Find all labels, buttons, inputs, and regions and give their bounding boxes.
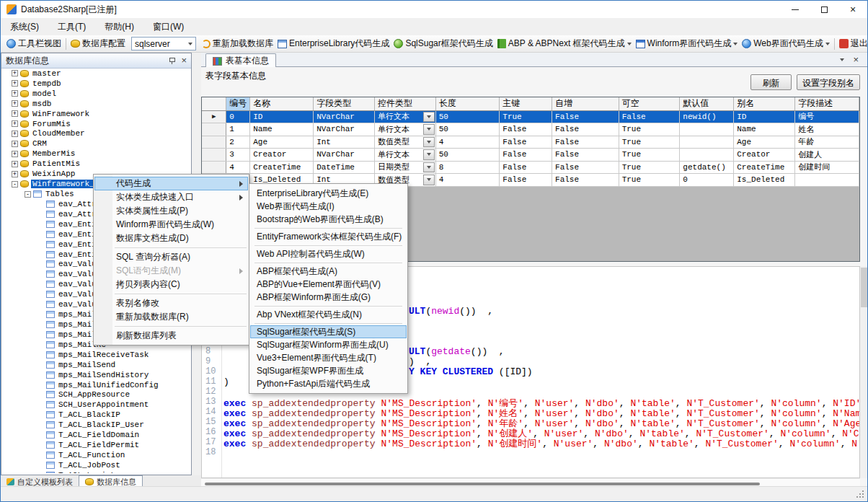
grid-cell[interactable]: False (500, 174, 552, 187)
grid-column-header[interactable]: 长度 (435, 97, 500, 110)
grid-column-header[interactable]: 主键 (500, 97, 552, 110)
grid-column-header[interactable]: 可空 (619, 97, 680, 110)
row-header[interactable] (202, 123, 226, 136)
table-row[interactable]: 4CreateTimeDateTime日期类型8FalseFalseTruege… (202, 161, 859, 174)
grid-cell[interactable]: 创建时间 (795, 161, 859, 174)
tree-item[interactable]: mps_MailSendHistory (3, 370, 190, 380)
grid-cell[interactable]: False (500, 136, 552, 149)
tree-item[interactable]: T_ACL_FieldDomain (3, 430, 190, 440)
grid-column-header[interactable]: 默认值 (680, 97, 734, 110)
expand-toggle[interactable]: + (12, 100, 18, 107)
grid-cell[interactable]: 姓名 (795, 123, 859, 136)
grid-column-header[interactable]: 名称 (250, 97, 314, 110)
menu-item[interactable]: 实体类生成快速入口 (94, 190, 248, 204)
toolbar-button-reload-db[interactable]: 重新加载数据库 (200, 36, 275, 51)
menu-item[interactable]: SqlSugar框架WPF界面生成 (250, 364, 407, 377)
grid-cell[interactable]: NVarChar (314, 110, 375, 123)
grid-cell[interactable]: False (619, 110, 680, 123)
tree-item[interactable]: +MemberMis (3, 149, 190, 159)
scrollbar-thumb[interactable] (861, 268, 868, 307)
grid-cell[interactable]: 1 (226, 123, 250, 136)
expand-toggle[interactable]: + (12, 141, 18, 147)
grid-cell[interactable]: 50 (435, 149, 500, 162)
grid-cell[interactable]: 编号 (795, 110, 859, 123)
grid-cell[interactable]: Creator (250, 149, 314, 162)
grid-cell[interactable]: False (500, 123, 552, 136)
resize-grip[interactable] (856, 490, 864, 498)
grid-cell[interactable]: False (552, 123, 619, 136)
grid-cell[interactable]: ID (734, 110, 795, 123)
grid-cell[interactable]: 创建人 (795, 149, 859, 162)
grid-cell[interactable]: 50 (435, 123, 500, 136)
table-row[interactable]: 1NameNVarChar单行文本50FalseFalseTrueName姓名 (202, 123, 859, 136)
grid-cell[interactable]: 50 (435, 110, 500, 123)
toolbar-button-exit[interactable]: 退出 (837, 36, 867, 51)
grid-column-header[interactable]: 控件类型 (374, 97, 435, 110)
set-field-alias-button[interactable]: 设置字段别名 (797, 74, 860, 90)
menu-item[interactable]: EnterpriseLibrary代码生成(E) (250, 187, 407, 200)
row-header[interactable] (202, 149, 226, 162)
expand-toggle[interactable]: + (12, 151, 18, 157)
grid-cell[interactable]: DateTime (314, 161, 375, 174)
grid-cell[interactable]: Age (250, 136, 314, 149)
menu-window[interactable]: 窗口(W) (143, 18, 193, 36)
grid-cell[interactable]: Name (734, 123, 795, 136)
table-row[interactable]: 2AgeInt数值类型4FalseFalseTrueAge年龄 (202, 136, 859, 149)
tree-item[interactable]: T_ACL_Function (3, 450, 190, 460)
grid-column-header[interactable]: 字段类型 (314, 97, 375, 110)
toolbar-button-abp-codegen[interactable]: ABP & ABPNext 框架代码生成 (495, 36, 634, 51)
tree-item[interactable]: mps_MailReceiveTask (3, 350, 190, 360)
grid-cell[interactable]: 0 (226, 110, 250, 123)
grid-cell[interactable]: False (552, 149, 619, 162)
menu-item[interactable]: Bootstrap的Web界面代码生成(B) (250, 213, 407, 226)
menu-item[interactable]: SqlSugar框架Winform界面生成(U) (250, 338, 407, 351)
tree-item[interactable]: +ForumMis (3, 119, 190, 129)
table-row[interactable]: 3CreatorNVarChar单行文本50FalseFalseTrueCrea… (202, 149, 859, 162)
cell-dropdown-button[interactable] (423, 137, 435, 148)
menu-tools[interactable]: 工具(T) (48, 18, 95, 36)
grid-cell[interactable]: 3 (226, 149, 250, 162)
grid-cell[interactable]: 4 (435, 174, 500, 187)
grid-cell[interactable]: 单行文本 (374, 149, 435, 162)
tree-item[interactable]: +msdb (3, 99, 190, 109)
menu-item[interactable]: ABP框架代码生成(A) (250, 265, 407, 278)
tree-item[interactable]: mps_MailUnifiedConfig (3, 380, 190, 390)
row-header[interactable]: ▶ (202, 110, 226, 123)
toolbar-button-toolbar-view[interactable]: 工具栏视图 (4, 36, 63, 51)
menu-item[interactable]: 重新加载数据库(R) (94, 310, 248, 324)
panel-close-icon[interactable]: × (181, 56, 187, 65)
tree-item[interactable]: +WinFramework (3, 109, 190, 119)
grid-cell[interactable]: 4 (435, 136, 500, 149)
tree-item[interactable]: +model (3, 89, 190, 99)
tree-item[interactable]: T_ACL_FieldPermit (3, 440, 190, 450)
menu-item[interactable]: Web界面代码生成(I) (250, 200, 407, 213)
grid-cell[interactable] (680, 123, 734, 136)
code-vertical-scrollbar[interactable] (860, 266, 868, 478)
grid-cell[interactable]: True (619, 136, 680, 149)
grid-cell[interactable]: True (500, 110, 552, 123)
grid-column-header[interactable]: 别名 (734, 97, 795, 110)
expand-toggle[interactable]: + (12, 120, 18, 127)
grid-cell[interactable] (680, 136, 734, 149)
menu-item[interactable]: 实体类属性生成(P) (94, 204, 248, 218)
menu-item[interactable]: Vue3+Element界面代码生成(T) (250, 351, 407, 364)
expand-toggle[interactable]: + (12, 70, 18, 76)
menu-item[interactable]: 表别名修改 (94, 296, 248, 310)
toolbar-button-winform-codegen[interactable]: Winform界面代码生成 (634, 36, 740, 51)
grid-cell[interactable]: True (619, 149, 680, 162)
cell-dropdown-button[interactable] (423, 149, 435, 160)
menu-item[interactable]: ABP框架Winform界面生成(G) (250, 291, 407, 304)
menu-item[interactable]: Abp VNext框架代码生成(N) (250, 308, 407, 321)
menu-item[interactable]: 拷贝列表内容(C) (94, 278, 248, 291)
grid-cell[interactable]: 8 (435, 161, 500, 174)
grid-cell[interactable]: 4 (226, 161, 250, 174)
database-type-combobox[interactable]: sqlserver (131, 37, 196, 50)
grid-cell[interactable]: True (619, 123, 680, 136)
refresh-button[interactable]: 刷新 (750, 74, 792, 90)
grid-cell[interactable]: newid() (680, 110, 734, 123)
grid-cell[interactable]: NVarChar (314, 149, 375, 162)
expand-toggle[interactable]: + (12, 131, 18, 137)
grid-cell[interactable]: 0 (680, 174, 734, 187)
tree-item[interactable]: SCH_UserAppointment (3, 400, 190, 410)
menu-item[interactable]: Python+FastApi后端代码生成 (250, 377, 407, 390)
